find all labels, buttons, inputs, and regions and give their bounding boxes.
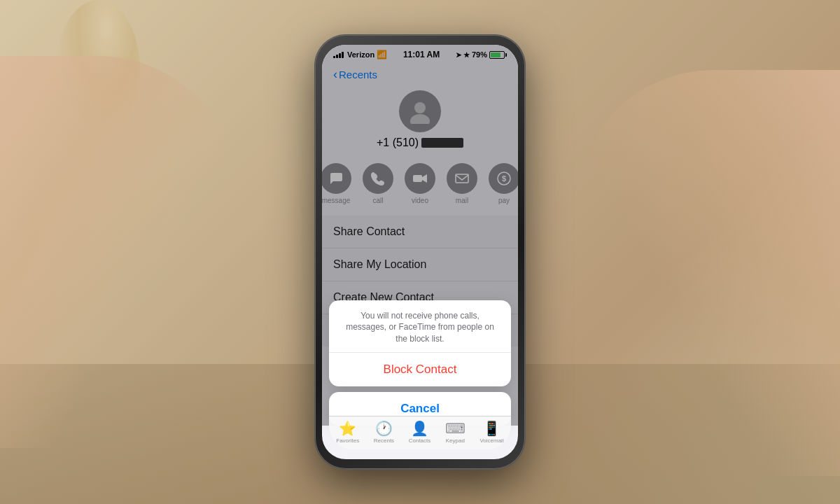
block-warning-text: You will not receive phone calls, messag…: [329, 300, 511, 353]
recents-icon: 🕐: [375, 420, 393, 437]
tab-keypad-label: Keypad: [446, 438, 465, 444]
keypad-icon: ⌨: [445, 420, 465, 437]
favorites-icon: ⭐: [339, 420, 356, 437]
phone-frame: Verizon 📶 11:01 AM ➤ ★ 79%: [315, 35, 525, 469]
tab-favorites-label: Favorites: [336, 438, 359, 444]
phone-screen: Verizon 📶 11:01 AM ➤ ★ 79%: [322, 45, 518, 459]
tab-voicemail-label: Voicemail: [479, 438, 503, 444]
tab-favorites[interactable]: ⭐ Favorites: [336, 420, 359, 444]
tab-contacts-label: Contacts: [409, 438, 431, 444]
tab-bar: ⭐ Favorites 🕐 Recents 👤 Contacts ⌨ Keypa…: [329, 416, 511, 449]
action-sheet-main: You will not receive phone calls, messag…: [329, 300, 511, 386]
contacts-icon: 👤: [411, 420, 428, 437]
phone-device: Verizon 📶 11:01 AM ➤ ★ 79%: [315, 35, 525, 469]
tab-recents[interactable]: 🕐 Recents: [374, 420, 394, 444]
voicemail-icon: 📱: [483, 420, 500, 437]
tab-voicemail[interactable]: 📱 Voicemail: [479, 420, 503, 444]
tab-recents-label: Recents: [374, 438, 394, 444]
tab-contacts[interactable]: 👤 Contacts: [409, 420, 431, 444]
tab-keypad[interactable]: ⌨ Keypad: [445, 420, 465, 444]
block-contact-button[interactable]: Block Contact: [329, 353, 511, 386]
action-sheet: You will not receive phone calls, messag…: [329, 300, 511, 426]
